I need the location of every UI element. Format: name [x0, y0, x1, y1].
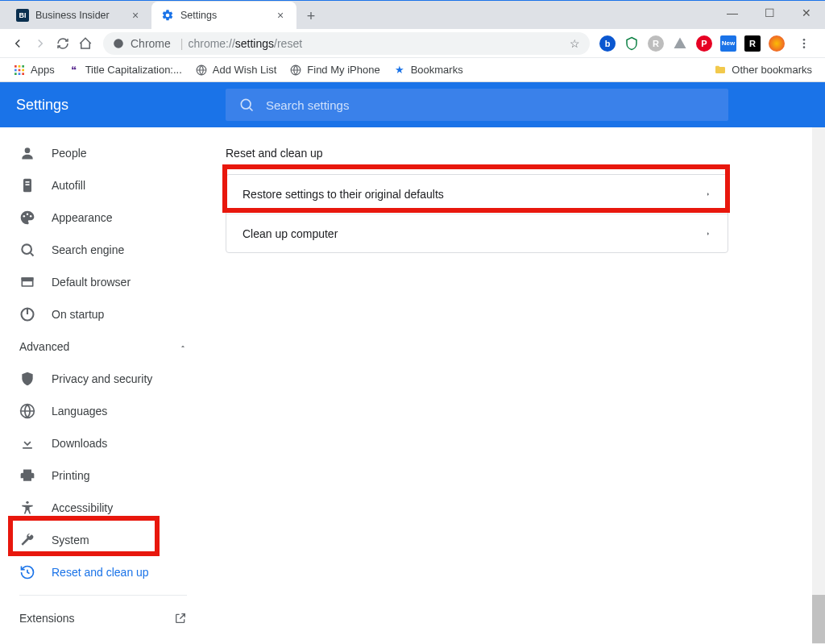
- sidebar-advanced-toggle[interactable]: Advanced: [0, 330, 206, 363]
- other-bookmarks[interactable]: Other bookmarks: [707, 64, 819, 77]
- section-title: Reset and clean up: [226, 147, 728, 160]
- bookmark-star-icon[interactable]: ☆: [570, 37, 580, 50]
- power-icon: [19, 306, 35, 322]
- maximize-button[interactable]: ☐: [751, 1, 788, 25]
- settings-header: Settings: [0, 82, 825, 127]
- search-icon: [238, 97, 255, 113]
- search-settings-box[interactable]: [226, 89, 728, 121]
- autofill-icon: [19, 177, 35, 193]
- ext-icon[interactable]: R: [648, 35, 664, 52]
- sidebar-item-search-engine[interactable]: Search engine: [0, 234, 206, 266]
- clean-up-computer-row[interactable]: Clean up computer: [226, 214, 728, 252]
- sidebar-item-extensions[interactable]: Extensions: [0, 602, 206, 634]
- search-icon: [19, 242, 35, 258]
- reload-button[interactable]: [52, 32, 74, 55]
- sidebar-item-reset[interactable]: Reset and clean up: [0, 556, 206, 588]
- bookmark-label: Apps: [31, 64, 55, 76]
- sidebar-label: Search engine: [52, 243, 124, 256]
- sidebar-item-printing[interactable]: Printing: [0, 459, 206, 492]
- bookmark-item[interactable]: Add Wish List: [189, 64, 283, 77]
- svg-rect-8: [19, 69, 21, 71]
- sidebar-label: Downloads: [52, 437, 107, 450]
- sidebar-label: Privacy and security: [52, 372, 152, 385]
- chrome-menu-button[interactable]: [793, 32, 815, 55]
- search-settings-input[interactable]: [266, 98, 715, 112]
- svg-point-0: [114, 39, 123, 48]
- close-icon[interactable]: ×: [274, 9, 287, 22]
- ext-icon[interactable]: [672, 35, 688, 52]
- sidebar-item-about[interactable]: About Chrome: [0, 634, 206, 644]
- download-icon: [19, 435, 35, 451]
- back-button[interactable]: [6, 32, 29, 55]
- bi-favicon: BI: [16, 9, 29, 22]
- tab-business-insider[interactable]: BI Business Insider ×: [6, 2, 151, 29]
- external-link-icon: [174, 612, 187, 625]
- home-button[interactable]: [74, 32, 97, 55]
- gear-icon: [161, 9, 174, 22]
- ext-icon[interactable]: R: [744, 35, 761, 52]
- sidebar-label: People: [52, 147, 87, 160]
- svg-rect-4: [15, 65, 17, 68]
- accessibility-icon: [19, 500, 35, 516]
- tab-settings[interactable]: Settings ×: [151, 2, 296, 29]
- bookmark-item[interactable]: ★ Bookmarks: [387, 64, 470, 77]
- sidebar-item-privacy[interactable]: Privacy and security: [0, 363, 206, 395]
- content-scrollbar[interactable]: [812, 127, 825, 644]
- bookmark-item[interactable]: Find My iPhone: [283, 64, 386, 77]
- close-window-button[interactable]: ✕: [788, 1, 825, 25]
- print-icon: [19, 467, 35, 484]
- browser-icon: [19, 274, 35, 290]
- restore-settings-row[interactable]: Restore settings to their original defau…: [226, 175, 728, 214]
- tab-title: Business Insider: [35, 10, 129, 21]
- close-icon[interactable]: ×: [129, 9, 142, 22]
- ext-icon[interactable]: New: [720, 35, 736, 52]
- forward-button[interactable]: [29, 32, 52, 55]
- scrollbar-thumb[interactable]: [812, 595, 825, 643]
- bookmark-item[interactable]: ❝ Title Capitalization:...: [61, 64, 189, 77]
- svg-rect-12: [22, 73, 24, 75]
- pinterest-icon[interactable]: P: [696, 35, 712, 52]
- settings-content: Reset and clean up Restore settings to t…: [206, 127, 825, 644]
- sidebar-item-default-browser[interactable]: Default browser: [0, 266, 206, 298]
- sidebar-item-languages[interactable]: Languages: [0, 395, 206, 427]
- chevron-right-icon: [705, 231, 711, 237]
- svg-rect-27: [22, 277, 34, 280]
- sidebar-item-appearance[interactable]: Appearance: [0, 202, 206, 234]
- bookmark-label: Find My iPhone: [307, 64, 379, 76]
- svg-point-24: [22, 244, 31, 254]
- svg-line-25: [31, 253, 34, 256]
- bookmark-label: Other bookmarks: [732, 64, 812, 76]
- apps-shortcut[interactable]: Apps: [6, 64, 61, 77]
- globe-icon: [195, 64, 208, 77]
- sidebar-label: Reset and clean up: [52, 566, 149, 579]
- sidebar-item-on-startup[interactable]: On startup: [0, 298, 206, 330]
- sidebar-item-downloads[interactable]: Downloads: [0, 427, 206, 459]
- page-title: Settings: [16, 97, 193, 114]
- svg-point-2: [803, 42, 806, 44]
- star-icon: ★: [393, 64, 406, 77]
- profile-avatar[interactable]: [769, 35, 785, 52]
- sidebar-item-people[interactable]: People: [0, 137, 206, 169]
- restore-icon: [19, 564, 35, 580]
- address-bar[interactable]: Chrome | chrome://settings/reset ☆: [103, 32, 590, 55]
- sidebar-item-autofill[interactable]: Autofill: [0, 169, 206, 202]
- bookmark-label: Bookmarks: [411, 64, 463, 76]
- new-tab-button[interactable]: +: [300, 5, 322, 27]
- settings-sidebar: People Autofill Appearance Search engine…: [0, 127, 206, 644]
- bookmark-favicon: ❝: [68, 64, 81, 77]
- bookmark-label: Title Capitalization:...: [85, 64, 182, 76]
- extension-icons: b R P New R: [596, 32, 819, 55]
- ext-icon[interactable]: b: [599, 35, 616, 52]
- svg-line-16: [250, 108, 253, 111]
- sidebar-item-accessibility[interactable]: Accessibility: [0, 492, 206, 524]
- bookmark-label: Add Wish List: [213, 64, 276, 76]
- ext-icon[interactable]: [624, 35, 640, 52]
- browser-toolbar: Chrome | chrome://settings/reset ☆ b R P…: [0, 29, 825, 58]
- person-icon: [19, 145, 35, 161]
- palette-icon: [19, 210, 35, 226]
- sidebar-item-system[interactable]: System: [0, 524, 206, 556]
- svg-rect-19: [26, 181, 30, 183]
- svg-point-15: [241, 99, 251, 109]
- apps-icon: [13, 64, 26, 77]
- minimize-button[interactable]: —: [714, 1, 751, 25]
